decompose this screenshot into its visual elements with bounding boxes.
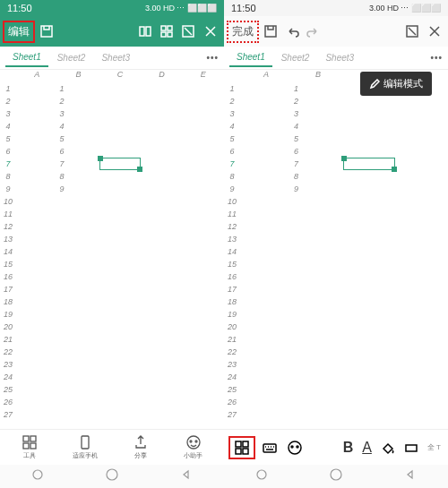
table-row[interactable]: 13 xyxy=(0,233,224,245)
cell[interactable]: 8 xyxy=(292,172,344,181)
nav-home-icon[interactable] xyxy=(106,468,118,484)
table-row[interactable]: 21 xyxy=(0,333,224,346)
table-row[interactable]: 17 xyxy=(0,283,224,295)
table-row[interactable]: 27 xyxy=(0,408,224,421)
nav-home-icon[interactable] xyxy=(330,468,342,484)
keyboard-icon[interactable] xyxy=(262,440,278,456)
table-row[interactable]: 18 xyxy=(0,295,224,308)
sheet-tab-1[interactable]: Sheet1 xyxy=(229,48,272,67)
table-row[interactable]: 15 xyxy=(224,258,448,270)
cell-icon[interactable] xyxy=(404,441,418,455)
assistant-button[interactable]: 小助手 xyxy=(184,434,202,460)
table-row[interactable]: 99 xyxy=(0,183,224,195)
table-row[interactable]: 20 xyxy=(0,321,224,333)
keyboard-toggle[interactable]: 全 T xyxy=(427,442,441,452)
table-row[interactable]: 24 xyxy=(224,371,448,383)
edit-mode-pill[interactable]: 编辑模式 xyxy=(360,72,432,96)
table-row[interactable]: 22 xyxy=(0,95,224,107)
close-icon[interactable] xyxy=(426,23,443,39)
cell[interactable]: 3 xyxy=(57,109,99,118)
table-row[interactable]: 27 xyxy=(224,408,448,421)
save-icon[interactable] xyxy=(263,24,278,39)
table-row[interactable]: 22 xyxy=(224,346,448,358)
table-row[interactable]: 18 xyxy=(224,295,448,308)
spreadsheet-grid[interactable]: A B C D E 112233445566778899101112131415… xyxy=(0,70,224,429)
table-row[interactable]: 88 xyxy=(224,170,448,183)
table-row[interactable]: 11 xyxy=(0,82,224,95)
sheet-tab-3[interactable]: Sheet3 xyxy=(318,49,361,66)
view-icon[interactable] xyxy=(138,24,152,39)
cell[interactable]: 2 xyxy=(292,97,344,106)
cell[interactable]: 5 xyxy=(292,134,344,143)
sheet-tab-2[interactable]: Sheet2 xyxy=(50,49,93,66)
table-row[interactable]: 26 xyxy=(224,396,448,408)
table-row[interactable]: 16 xyxy=(0,270,224,283)
table-row[interactable]: 25 xyxy=(0,383,224,396)
table-row[interactable]: 11 xyxy=(0,208,224,220)
table-row[interactable]: 12 xyxy=(0,220,224,233)
cell[interactable]: 9 xyxy=(292,184,344,193)
share-button[interactable]: 分享 xyxy=(133,434,149,460)
table-row[interactable]: 23 xyxy=(0,358,224,371)
cell[interactable]: 4 xyxy=(292,122,344,131)
close-icon[interactable] xyxy=(202,23,219,39)
sheet-more[interactable]: ••• xyxy=(206,53,219,63)
table-row[interactable]: 19 xyxy=(0,308,224,321)
table-row[interactable]: 26 xyxy=(0,396,224,408)
table-row[interactable]: 10 xyxy=(0,195,224,208)
table-row[interactable]: 66 xyxy=(224,145,448,158)
grid-icon[interactable] xyxy=(159,24,174,39)
cell[interactable]: 4 xyxy=(57,122,99,131)
fill-icon[interactable] xyxy=(381,441,395,455)
insert-icon[interactable] xyxy=(181,24,195,39)
table-row[interactable]: 15 xyxy=(0,258,224,270)
table-row[interactable]: 13 xyxy=(224,233,448,245)
table-row[interactable]: 20 xyxy=(224,321,448,333)
font-color-icon[interactable]: A xyxy=(362,440,372,456)
sheet-tab-3[interactable]: Sheet3 xyxy=(94,49,137,66)
table-row[interactable]: 12 xyxy=(224,220,448,233)
tools-button[interactable]: 工具 xyxy=(22,434,38,460)
table-row[interactable]: 55 xyxy=(0,133,224,145)
table-row[interactable]: 24 xyxy=(0,371,224,383)
table-row[interactable]: 33 xyxy=(0,107,224,120)
edit-button[interactable]: 编辑 xyxy=(5,23,32,40)
selection-box[interactable] xyxy=(343,158,395,170)
table-row[interactable]: 25 xyxy=(224,383,448,396)
nav-recent-icon[interactable] xyxy=(255,468,268,484)
undo-icon[interactable] xyxy=(285,24,299,39)
selection-box[interactable] xyxy=(99,158,141,170)
cell[interactable]: 8 xyxy=(57,172,99,181)
nav-recent-icon[interactable] xyxy=(31,468,44,484)
sheet-more[interactable]: ••• xyxy=(430,53,443,63)
table-row[interactable]: 33 xyxy=(224,107,448,120)
table-row[interactable]: 23 xyxy=(224,358,448,371)
redo-icon[interactable] xyxy=(306,24,321,39)
cell[interactable]: 5 xyxy=(57,134,99,143)
nav-back-icon[interactable] xyxy=(404,468,417,484)
table-row[interactable]: 44 xyxy=(224,120,448,133)
table-row[interactable]: 14 xyxy=(224,245,448,258)
table-row[interactable]: 22 xyxy=(0,346,224,358)
table-row[interactable]: 21 xyxy=(224,333,448,346)
sheet-tab-2[interactable]: Sheet2 xyxy=(274,49,317,66)
table-row[interactable]: 10 xyxy=(224,195,448,208)
spreadsheet-grid[interactable]: A B C D 11223344556677889910111213141516… xyxy=(224,70,448,429)
table-row[interactable]: 44 xyxy=(0,120,224,133)
cell[interactable]: 6 xyxy=(57,147,99,156)
cell[interactable]: 2 xyxy=(57,97,99,106)
cell[interactable]: 7 xyxy=(57,159,99,168)
bold-icon[interactable]: B xyxy=(343,440,354,456)
table-row[interactable]: 99 xyxy=(224,183,448,195)
cell[interactable]: 1 xyxy=(57,84,99,93)
table-row[interactable]: 19 xyxy=(224,308,448,321)
cell[interactable]: 6 xyxy=(292,147,344,156)
table-row[interactable]: 22 xyxy=(224,95,448,107)
table-row[interactable]: 17 xyxy=(224,283,448,295)
cell[interactable]: 9 xyxy=(57,184,99,193)
cell[interactable]: 1 xyxy=(292,84,344,93)
table-row[interactable]: 16 xyxy=(224,270,448,283)
table-row[interactable]: 77 xyxy=(224,158,448,170)
save-icon[interactable] xyxy=(39,24,54,39)
sheet-tab-1[interactable]: Sheet1 xyxy=(5,48,48,67)
